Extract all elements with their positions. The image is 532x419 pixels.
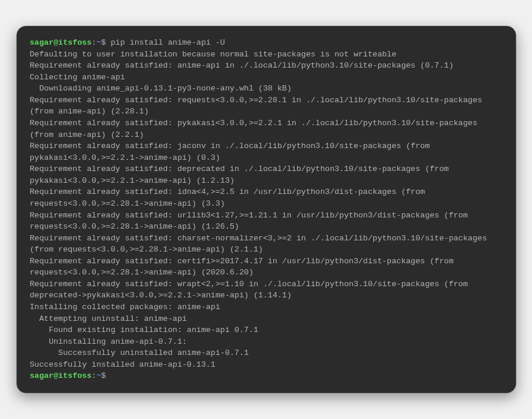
output-line: Defaulting to user installation because … [30,50,397,59]
output-line: Found existing installation: anime-api 0… [30,326,259,334]
prompt-dollar: $ [101,371,111,380]
output-line: Requirement already satisfied: jaconv in… [30,142,435,162]
output-line: Requirement already satisfied: certifi>=… [30,257,459,277]
prompt-user-host: sagar@itsfoss [30,38,92,47]
output-line: Requirement already satisfied: charset-n… [30,234,492,254]
output-line: Requirement already satisfied: anime-api… [30,61,454,70]
prompt-user-host: sagar@itsfoss [30,371,92,380]
output-line: Attempting uninstall: anime-api [30,314,187,323]
prompt-colon: : [92,371,96,380]
output-line: Requirement already satisfied: idna<4,>=… [30,187,430,208]
output-line: Requirement already satisfied: requests<… [30,96,487,116]
output-line: Successfully uninstalled anime-api-0.7.1 [30,348,249,357]
output-line: Successfully installed anime-api-0.13.1 [30,360,216,369]
output-line: Uninstalling anime-api-0.7.1: [30,337,187,346]
output-line: Installing collected packages: anime-api [30,303,220,311]
output-line: Requirement already satisfied: urllib3<1… [30,211,473,232]
terminal-window: sagar@itsfoss:~$ pip install anime-api -… [16,26,516,393]
output-line: Collecting anime-api [30,73,125,82]
terminal-content[interactable]: sagar@itsfoss:~$ pip install anime-api -… [30,37,503,382]
output-line: Requirement already satisfied: deprecate… [30,165,454,185]
prompt-path: ~ [96,371,101,380]
output-line: Requirement already satisfied: pykakasi<… [30,119,483,139]
output-line: Requirement already satisfied: wrapt<2,>… [30,280,473,300]
prompt-path: ~ [96,38,101,47]
output-line: Downloading anime_api-0.13.1-py3-none-an… [30,84,292,93]
prompt-colon: : [92,38,96,47]
prompt-dollar: $ [101,38,111,47]
command-text: pip install anime-api -U [111,38,225,47]
